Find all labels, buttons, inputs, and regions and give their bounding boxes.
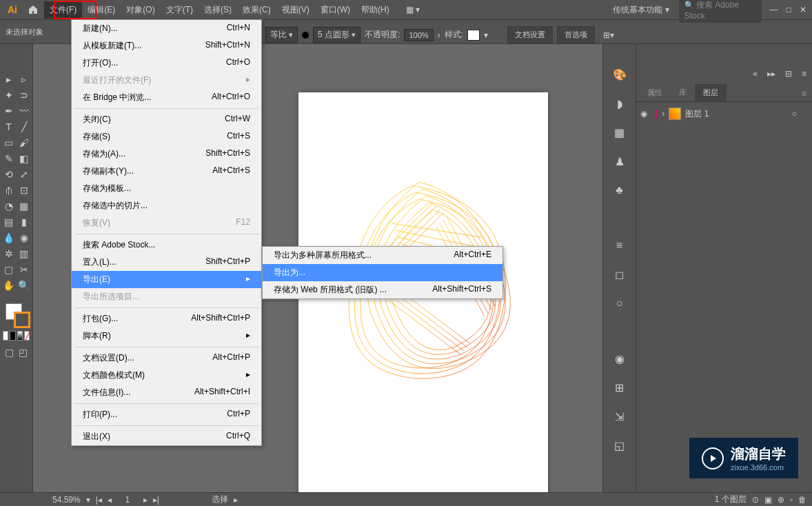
locate-layer-icon[interactable]: ⊙ [752,495,759,505]
edit-mode-tool[interactable]: ◰ [17,345,30,360]
tab-layers[interactable]: 图层 [695,84,727,101]
opacity-arrow-icon[interactable]: › [438,30,440,40]
menu-item[interactable]: 存储(S)Ctrl+S [72,128,261,145]
menu-item[interactable]: 存储副本(Y)...Alt+Ctrl+S [72,163,261,180]
color-chip[interactable] [3,331,8,341]
swatches-panel-icon[interactable]: ◗ [611,95,628,112]
menu-item[interactable]: 打包(G)...Alt+Shift+Ctrl+P [72,310,261,327]
curvature-tool[interactable]: 〰 [17,103,31,119]
menu-item[interactable]: 打印(P)...Ctrl+P [72,406,261,423]
type-tool[interactable]: T [1,119,16,134]
opacity-field[interactable]: 100% [404,29,433,41]
nav-first-icon[interactable]: |◂ [96,495,102,505]
panel-close-icon[interactable]: ≡ [802,69,806,79]
make-clip-icon[interactable]: ▣ [764,495,772,505]
new-sublayer-icon[interactable]: ⊕ [778,495,784,505]
color-panel-icon[interactable]: 🎨 [611,66,628,83]
layer-name[interactable]: 图层 1 [685,108,709,120]
tab-properties[interactable]: 属性 [639,84,671,101]
brush-def[interactable]: 5 点圆形 ▾ [313,27,361,43]
workspace-switcher[interactable]: 传统基本功能 ▾ [609,3,673,17]
menu-item[interactable]: 脚本(R)▸ [72,327,261,345]
align-panel-icon[interactable]: ⊞ [611,379,628,396]
preferences-button[interactable]: 首选项 [557,26,595,43]
magic-wand-tool[interactable]: ✦ [1,88,16,103]
menu-item[interactable]: 在 Bridge 中浏览...Alt+Ctrl+O [72,89,261,106]
free-transform-tool[interactable]: ⊡ [17,183,31,198]
menu-type[interactable]: 文字(T) [161,1,199,19]
menu-item[interactable]: 搜索 Adobe Stock... [72,236,261,254]
pen-tool[interactable]: ✒ [1,103,16,119]
transparency-panel-icon[interactable]: ◻ [611,266,628,283]
pathfinder-icon[interactable]: ⇲ [611,408,628,425]
menu-item[interactable]: 打开(O)...Ctrl+O [72,54,261,72]
expand-panels-icon[interactable]: « [753,69,758,79]
gradient-panel-icon[interactable]: ≡ [611,237,628,254]
appearance-panel-icon[interactable]: ○ [611,295,628,312]
style-swatch[interactable] [467,30,480,41]
paintbrush-tool[interactable]: 🖌 [17,135,31,150]
panel-menu-icon[interactable]: ▸▸ [767,69,775,79]
eyedropper-tool[interactable]: 💧 [1,230,16,245]
stroke-panel-icon[interactable]: ♣ [611,182,628,199]
layer-row[interactable]: ◉ | › 图层 1 ○ [636,105,812,123]
menu-item[interactable]: 文档颜色模式(M)▸ [72,367,261,384]
menu-item[interactable]: 退出(X)Ctrl+Q [72,428,261,445]
artboard-tool[interactable]: ▢ [1,262,16,277]
target-icon[interactable]: ○ [792,109,797,119]
selection-tool[interactable]: ▸ [1,72,16,87]
menu-item[interactable]: 存储选中的切片... [72,197,261,214]
scale-tool[interactable]: ⤢ [17,167,31,182]
minimize-icon[interactable]: — [770,5,778,14]
menu-select[interactable]: 选择(S) [199,1,237,19]
width-tool[interactable]: ⫛ [1,183,16,198]
visibility-icon[interactable]: ◉ [640,109,651,119]
slice-tool[interactable]: ✂ [17,262,31,277]
nav-last-icon[interactable]: ▸| [153,495,159,505]
fill-stroke-swatch[interactable] [6,303,30,328]
graphic-styles-icon[interactable]: ◉ [611,350,628,367]
chevron-right-icon[interactable]: › [662,109,664,119]
line-tool[interactable]: ╱ [17,119,31,134]
home-icon[interactable] [25,1,41,18]
transform-panel-icon[interactable]: ◱ [611,437,628,454]
new-layer-icon[interactable]: ▫ [790,495,793,505]
gradient-tool[interactable]: ▮ [17,214,31,230]
stroke-profile[interactable]: 等比 ▾ [265,27,298,43]
submenu-item[interactable]: 存储为 Web 所用格式 (旧版) ...Alt+Shift+Ctrl+S [263,281,503,298]
menu-effect[interactable]: 效果(C) [237,1,276,19]
menu-item[interactable]: 新建(N)...Ctrl+N [72,20,261,37]
menu-help[interactable]: 帮助(H) [356,1,395,19]
collapse-icon[interactable]: ⊟ [785,69,792,79]
menu-item[interactable]: 文档设置(D)...Alt+Ctrl+P [72,350,261,367]
mesh-tool[interactable]: ▤ [1,214,16,230]
shaper-tool[interactable]: ✎ [1,151,16,166]
menu-item[interactable]: 置入(L)...Shift+Ctrl+P [72,254,261,271]
tab-libraries[interactable]: 库 [671,84,695,101]
perspective-tool[interactable]: ▦ [17,199,31,214]
menu-item[interactable]: 存储为模板... [72,180,261,197]
rectangle-tool[interactable]: ▭ [1,135,16,150]
eraser-tool[interactable]: ◧ [17,151,31,166]
menu-window[interactable]: 窗口(W) [315,1,356,19]
panel-options-icon[interactable]: ≡ [799,86,809,101]
rotate-tool[interactable]: ⟲ [1,167,16,182]
lasso-tool[interactable]: ⊃ [17,88,31,103]
arrange-docs-icon[interactable]: ▦ ▾ [403,5,423,14]
nav-next-icon[interactable]: ▸ [143,495,148,505]
menu-file[interactable]: 文件(F) [44,1,82,19]
menu-item[interactable]: 导出(E)▸ [72,271,261,288]
menu-item[interactable]: 关闭(C)Ctrl+W [72,111,261,128]
blend-tool[interactable]: ◉ [17,230,31,245]
align-icon[interactable]: ⊞▾ [599,30,618,40]
menu-view[interactable]: 视图(V) [276,1,315,19]
menu-edit[interactable]: 编辑(E) [82,1,121,19]
symbols-panel-icon[interactable]: ♟ [611,153,628,170]
search-stock-input[interactable]: 🔍 搜索 Adobe Stock [679,0,762,23]
symbol-sprayer-tool[interactable]: ✲ [1,246,16,261]
color-chip[interactable] [10,331,15,341]
nav-prev-icon[interactable]: ◂ [108,495,112,505]
zoom-tool[interactable]: 🔍 [17,278,31,293]
graph-tool[interactable]: ▥ [17,246,31,261]
none-chip[interactable]: ╱ [24,331,30,341]
